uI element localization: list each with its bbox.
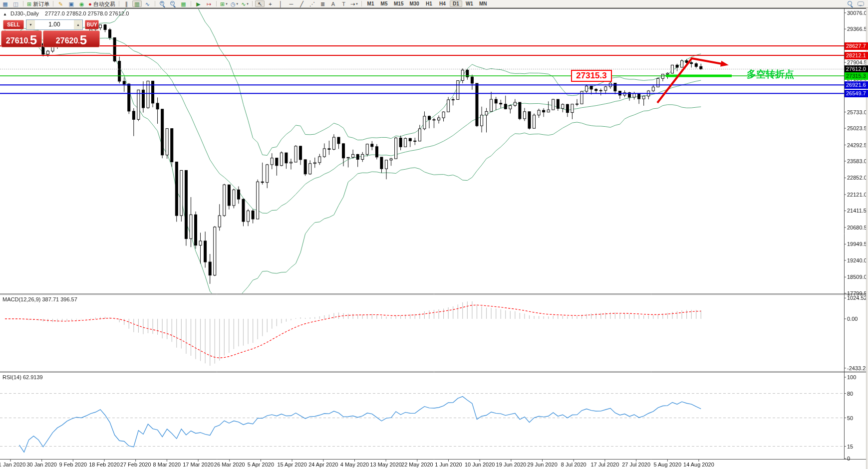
price-axis-tick: 20680.5 — [847, 225, 867, 231]
price-axis-tick: 30076.0 — [847, 10, 867, 16]
periods-button[interactable]: ◷ — [230, 0, 239, 7]
toolbar-items: ▦◫⊞新订单✎▣◉●自动交易∥▥∿+−▦▶↦⊞◷∿↖+│─╱⋰≣AT⇢M1M5M… — [0, 0, 490, 7]
chart-canvas[interactable] — [0, 0, 868, 469]
timeframe-m5[interactable]: M5 — [378, 0, 390, 7]
date-axis-label: 26 Mar 2020 — [214, 462, 245, 468]
buy-price-big-digit: 5 — [80, 33, 87, 46]
chart-shift-icon[interactable]: ↦ — [204, 0, 214, 7]
crosshair-icon[interactable]: + — [266, 0, 275, 7]
new-order-button[interactable]: ⊞新订单 — [26, 0, 50, 7]
line-chart-icon[interactable]: ∿ — [143, 0, 152, 7]
date-axis-label: 8 Jul 2020 — [561, 462, 586, 468]
sell-button[interactable]: SELL — [3, 20, 24, 29]
timeframe-m30[interactable]: M30 — [407, 0, 421, 7]
date-axis-label: 27 Feb 2020 — [120, 462, 151, 468]
indicators-button[interactable]: ∿ — [240, 0, 250, 7]
toolbar-separator — [191, 1, 191, 6]
macd-axis-tick: 0.00 — [847, 316, 858, 322]
candlestick-chart-icon[interactable]: ▥ — [132, 0, 142, 7]
price-line-badge: 28212.1 — [845, 52, 868, 59]
price-axis-tick: 23583.0 — [847, 158, 867, 164]
styler-icon[interactable]: ✎ — [56, 0, 65, 7]
rsi-axis-tick: 50 — [847, 415, 853, 421]
price-axis-tick: 24292.5 — [847, 142, 867, 148]
buy-price[interactable]: 27620.5 — [43, 30, 100, 47]
price-line-badge: 26549.7 — [845, 90, 868, 97]
rsi-axis-tick: 0 — [847, 456, 850, 462]
chart-windows-icon[interactable]: ▦ — [0, 0, 10, 7]
toolbar-separator — [361, 1, 362, 6]
fibonacci-icon[interactable]: ≣ — [318, 0, 327, 7]
bar-chart-icon[interactable]: ∥ — [122, 0, 131, 7]
date-axis-label: 8 Mar 2020 — [153, 462, 181, 468]
horizontal-line-icon[interactable]: ─ — [287, 0, 296, 7]
sell-price-big-digit: 5 — [30, 33, 37, 46]
panel-collapse-icon[interactable]: ▲ — [3, 12, 7, 16]
date-axis-label: 4 May 2020 — [340, 462, 369, 468]
timeframe-m1[interactable]: M1 — [364, 0, 377, 7]
rsi-axis-tick: 15 — [847, 444, 853, 450]
date-axis-label: 19 Jun 2020 — [496, 462, 527, 468]
ohlc-values: 27727.0 27852.0 27578.0 27612.0 — [45, 10, 129, 16]
price-level-annotation[interactable]: 27315.3 — [571, 70, 612, 82]
toolbar-separator — [119, 1, 119, 6]
date-axis-label: 9 Feb 2020 — [59, 462, 87, 468]
date-axis-label: 10 Jun 2020 — [465, 462, 495, 468]
date-axis-label: 18 Feb 2020 — [89, 462, 120, 468]
tile-windows-icon[interactable]: ▦ — [179, 0, 188, 7]
timeframe-mn[interactable]: MN — [477, 0, 490, 7]
cursor-icon[interactable]: ↖ — [255, 0, 265, 7]
new-chart-button[interactable]: ⊞ — [219, 0, 229, 7]
toolbar-separator — [155, 1, 155, 6]
arrows-button[interactable]: ⇢ — [349, 0, 359, 7]
metaeditor-icon[interactable]: ▣ — [66, 0, 76, 7]
price-axis-tick: 27904.5 — [847, 59, 867, 65]
chat-icon[interactable] — [858, 1, 864, 6]
date-axis-label: 21 Jan 2020 — [0, 462, 25, 468]
search-icon[interactable] — [847, 0, 854, 7]
text-icon[interactable]: A — [328, 0, 338, 7]
timeframe-m15[interactable]: M15 — [391, 0, 406, 7]
volume-input[interactable]: 1.00 — [35, 20, 74, 29]
price-axis-tick: 25023.5 — [847, 125, 867, 131]
buy-button[interactable]: BUY — [85, 20, 99, 29]
toolbar-separator — [252, 1, 253, 6]
price-axis-tick: 25733.0 — [847, 109, 867, 115]
zoom-in-icon[interactable]: + — [158, 0, 167, 7]
date-axis-label: 5 Apr 2020 — [248, 462, 274, 468]
trendline-icon[interactable]: ╱ — [297, 0, 306, 7]
one-click-trading-panel: SELL ▼ 1.00 ▲ BUY 27610.5 27620.5 — [1, 19, 100, 47]
timeframe-h4[interactable]: H4 — [436, 0, 449, 7]
text-label-icon[interactable]: T — [339, 0, 348, 7]
equidistant-channel-icon[interactable]: ⋰ — [307, 0, 317, 7]
toolbar-separator — [216, 1, 217, 6]
turning-point-annotation[interactable]: 多空转折点 — [747, 68, 794, 81]
timeframe-h1[interactable]: H1 — [423, 0, 435, 7]
date-axis-label: 17 Mar 2020 — [183, 462, 214, 468]
date-axis-label: 1 Jun 2020 — [435, 462, 462, 468]
macd-axis-tick: -2433.25 — [847, 365, 868, 371]
vertical-line-icon[interactable]: │ — [276, 0, 286, 7]
data-window-icon[interactable]: ◫ — [11, 0, 20, 7]
rsi-axis-tick: 100 — [847, 374, 856, 380]
volume-decrease-button[interactable]: ▼ — [26, 20, 35, 29]
date-axis-label: 13 May 2020 — [370, 462, 402, 468]
timeframe-w1[interactable]: W1 — [463, 0, 476, 7]
sell-price[interactable]: 27610.5 — [1, 30, 42, 47]
zoom-out-icon[interactable]: − — [168, 0, 178, 7]
date-axis-label: 15 Apr 2020 — [277, 462, 306, 468]
timeframe-d1[interactable]: D1 — [450, 0, 462, 7]
toolbar: ▦◫⊞新订单✎▣◉●自动交易∥▥∿+−▦▶↦⊞◷∿↖+│─╱⋰≣AT⇢M1M5M… — [0, 0, 868, 8]
price-axis-tick: 29366.5 — [847, 26, 867, 32]
rsi-indicator-label: RSI(14) 62.9139 — [2, 374, 43, 380]
price-axis-tick: 21411.5 — [847, 208, 867, 214]
date-axis-label: 17 Jul 2020 — [590, 462, 619, 468]
auto-scroll-icon[interactable]: ▶ — [194, 0, 203, 7]
date-axis-label: 24 Apr 2020 — [308, 462, 338, 468]
autotrading-button[interactable]: ●自动交易 — [87, 0, 116, 7]
price-line-badge: 28627.7 — [845, 42, 868, 50]
macd-indicator-label: MACD(12,26,9) 387.71 396.57 — [2, 296, 77, 302]
price-axis-tick: 22852.0 — [847, 175, 867, 181]
signals-icon[interactable]: ◉ — [77, 0, 86, 7]
volume-increase-button[interactable]: ▲ — [74, 20, 82, 29]
